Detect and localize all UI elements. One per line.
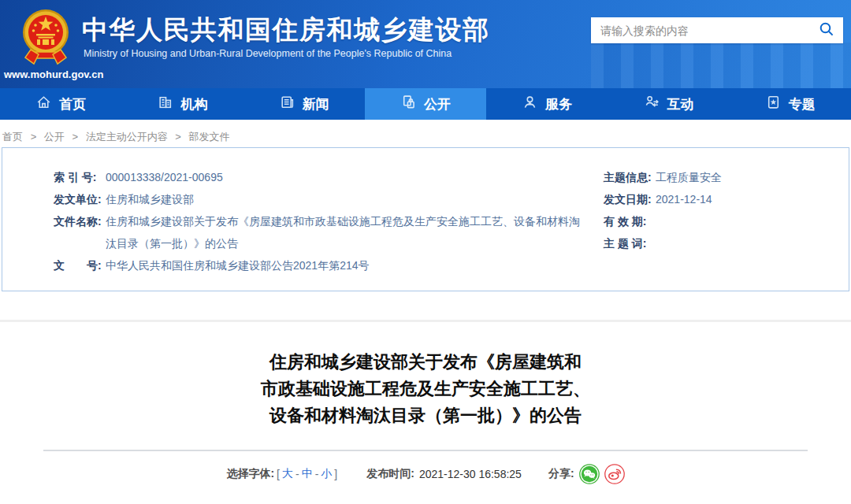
bracket-close: ] <box>334 468 337 480</box>
publish-time-label: 发布时间: <box>366 467 414 481</box>
info-row-topic-info: 主题信息: 工程质量安全 <box>604 166 840 188</box>
info-label: 发文单位: <box>54 188 106 210</box>
nav-label: 新闻 <box>303 95 329 113</box>
search-input[interactable] <box>591 24 810 37</box>
info-row-document-name: 文件名称: 住房和城乡建设部关于发布《房屋建筑和市政基础设施工程危及生产安全施工… <box>54 210 587 254</box>
home-icon <box>35 94 52 114</box>
breadcrumb-separator: > <box>72 131 78 143</box>
article-panel: 住房和城乡建设部关于发布《房屋建筑和 市政基础设施工程危及生产安全施工工艺、 设… <box>0 322 851 484</box>
info-value: 000013338/2021-00695 <box>106 166 223 188</box>
info-label: 索 引 号: <box>54 166 106 188</box>
font-size-dash: - <box>295 468 299 480</box>
nav-item-interact[interactable]: 互动 <box>608 88 729 120</box>
font-size-label: 选择字体: <box>226 467 274 481</box>
nav-item-home[interactable]: 首页 <box>0 88 121 120</box>
site-header: 中华人民共和国住房和城乡建设部 Ministry of Housing and … <box>0 0 851 88</box>
nav-item-news[interactable]: 新闻 <box>243 88 365 120</box>
info-label: 主题信息: <box>604 166 656 188</box>
article-meta-row: 选择字体: [ 大 - 中 - 小 ] 发布时间: 2021-12-30 16:… <box>0 464 851 484</box>
breadcrumb-home[interactable]: 首页 <box>2 131 23 143</box>
site-subtitle-en: Ministry of Housing and Urban-Rural Deve… <box>84 48 452 59</box>
topics-icon <box>765 94 782 114</box>
info-label: 有 效 期: <box>604 210 656 232</box>
share-label: 分享: <box>548 467 574 481</box>
article-title-line: 住房和城乡建设部关于发布《房屋建筑和 <box>0 349 851 376</box>
nav-label: 服务 <box>545 95 572 113</box>
article-title-line: 市政基础设施工程危及生产安全施工工艺、 <box>0 376 851 402</box>
info-label: 主 题 词: <box>604 232 656 254</box>
breadcrumb-separator: > <box>175 131 181 143</box>
header-building-image <box>591 43 851 88</box>
font-size-small-button[interactable]: 小 <box>321 467 332 481</box>
site-url: www.mohurd.gov.cn <box>4 69 103 80</box>
info-row-subject-words: 主 题 词: <box>604 232 840 254</box>
article-title-line: 设备和材料淘汰目录（第一批）》的公告 <box>0 402 851 429</box>
info-label: 文 号: <box>54 254 106 276</box>
news-icon <box>279 94 295 114</box>
title-separator-line <box>43 450 808 451</box>
info-column-right: 主题信息: 工程质量安全 发文日期: 2021-12-14 有 效 期: 主 题… <box>604 166 840 254</box>
info-row-index-number: 索 引 号: 000013338/2021-00695 <box>54 166 587 188</box>
info-row-issue-date: 发文日期: 2021-12-14 <box>604 188 840 210</box>
interact-icon <box>644 94 660 114</box>
info-value: 2021-12-14 <box>656 188 712 210</box>
info-value: 中华人民共和国住房和城乡建设部公告2021年第214号 <box>106 254 370 276</box>
info-row-document-number: 文 号: 中华人民共和国住房和城乡建设部公告2021年第214号 <box>54 254 587 276</box>
disclosure-icon <box>400 94 417 114</box>
breadcrumb: 首页 > 公开 > 法定主动公开内容 > 部发文件 <box>0 120 851 146</box>
breadcrumb-disclosure[interactable]: 公开 <box>44 131 65 143</box>
font-size-large-button[interactable]: 大 <box>282 467 293 481</box>
font-size-dash: - <box>315 468 319 480</box>
main-nav: 首页 机构 新闻 公开 <box>0 88 851 120</box>
search-button[interactable] <box>810 17 843 43</box>
nav-label: 专题 <box>789 95 816 113</box>
info-label: 文件名称: <box>54 210 106 254</box>
info-value: 住房和城乡建设部关于发布《房屋建筑和市政基础设施工程危及生产安全施工工艺、设备和… <box>106 210 587 254</box>
nav-label: 机构 <box>180 95 207 113</box>
document-info-box: 索 引 号: 000013338/2021-00695 发文单位: 住房和城乡建… <box>2 147 849 291</box>
breadcrumb-ministry-documents[interactable]: 部发文件 <box>189 131 230 143</box>
info-label: 发文日期: <box>604 188 656 210</box>
wechat-icon[interactable] <box>579 464 600 484</box>
national-emblem-icon <box>21 6 70 69</box>
breadcrumb-statutory-content[interactable]: 法定主动公开内容 <box>86 131 168 143</box>
search-box <box>591 17 843 43</box>
publish-time-value: 2021-12-30 16:58:25 <box>419 468 522 480</box>
breadcrumb-separator: > <box>31 131 37 143</box>
info-row-validity-period: 有 效 期: <box>604 210 840 232</box>
nav-item-topics[interactable]: 专题 <box>730 88 851 120</box>
nav-item-org[interactable]: 机构 <box>121 88 243 120</box>
info-value: 工程质量安全 <box>656 166 722 188</box>
info-value: 住房和城乡建设部 <box>106 188 194 210</box>
nav-item-disclosure[interactable]: 公开 <box>365 88 486 120</box>
info-column-left: 索 引 号: 000013338/2021-00695 发文单位: 住房和城乡建… <box>54 166 587 276</box>
search-icon <box>818 20 835 40</box>
info-row-issuing-unit: 发文单位: 住房和城乡建设部 <box>54 188 587 210</box>
nav-label: 互动 <box>667 95 694 113</box>
org-icon <box>157 94 173 114</box>
service-icon <box>522 94 538 114</box>
nav-label: 首页 <box>59 95 86 113</box>
nav-item-service[interactable]: 服务 <box>486 88 608 120</box>
bracket-open: [ <box>277 468 280 480</box>
article-title: 住房和城乡建设部关于发布《房屋建筑和 市政基础设施工程危及生产安全施工工艺、 设… <box>0 349 851 429</box>
site-title: 中华人民共和国住房和城乡建设部 <box>82 13 490 48</box>
nav-label: 公开 <box>424 95 451 113</box>
font-size-medium-button[interactable]: 中 <box>302 467 313 481</box>
weibo-icon[interactable] <box>604 464 625 484</box>
